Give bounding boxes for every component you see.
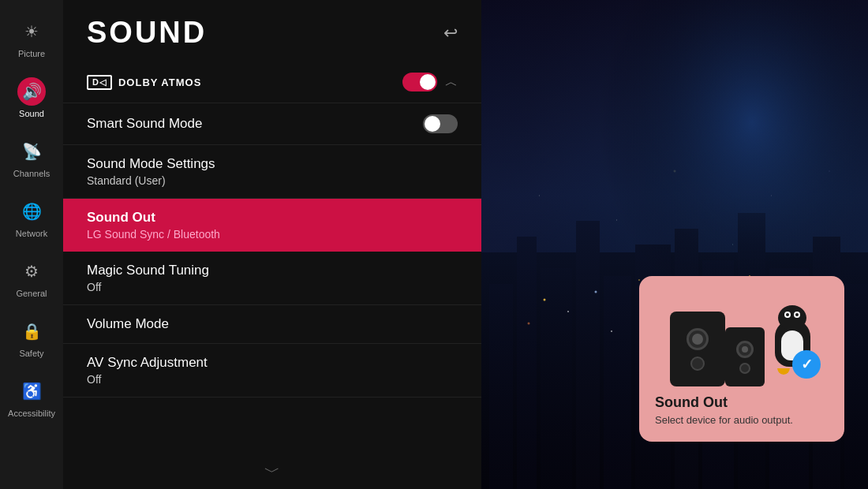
- svg-rect-3: [541, 268, 572, 489]
- safety-icon: 🔒: [17, 317, 46, 345]
- sidebar-item-safety[interactable]: 🔒 Safety: [2, 309, 62, 366]
- sound-out-sub: LG Sound Sync / Bluetooth: [87, 228, 220, 241]
- back-button[interactable]: ↩: [443, 23, 458, 43]
- general-icon: ⚙: [17, 257, 46, 286]
- settings-item-volume-mode[interactable]: Volume Mode: [63, 305, 481, 344]
- right-area: ✓ Sound Out Select device for audio outp…: [481, 0, 868, 489]
- svg-rect-5: [604, 276, 631, 489]
- sound-mode-settings-sub: Standard (User): [87, 174, 215, 187]
- volume-mode-label: Volume Mode: [87, 316, 169, 332]
- penguin-head: [778, 305, 806, 330]
- speaker-right-tweeter: [739, 363, 750, 374]
- sound-icon: 🔊: [17, 77, 46, 106]
- settings-panel: SOUND ↩ D◁ DOLBY ATMOS ︿ Smart Sound Mod…: [63, 0, 481, 489]
- svg-point-16: [567, 311, 569, 312]
- speaker-illustration: ✓: [655, 292, 829, 386]
- svg-rect-4: [576, 221, 600, 489]
- speaker-woofer: [687, 328, 709, 350]
- speaker-tweeter: [690, 356, 705, 371]
- magic-sound-tuning-label: Magic Sound Tuning: [87, 263, 209, 278]
- page-title: SOUND: [87, 16, 207, 50]
- sidebar: ☀ Picture 🔊 Sound 📡 Channels 🌐 Network ⚙…: [0, 0, 63, 489]
- penguin-eye-left: [784, 312, 791, 318]
- settings-item-smart-sound-mode[interactable]: Smart Sound Mode: [63, 103, 481, 145]
- sidebar-item-general-label: General: [16, 289, 47, 298]
- sidebar-item-channels[interactable]: 📡 Channels: [2, 129, 62, 186]
- sidebar-item-general[interactable]: ⚙ General: [2, 249, 62, 306]
- scroll-down-indicator: ﹀: [63, 455, 481, 489]
- speaker-right-woofer: [736, 341, 754, 358]
- tooltip-card: ✓ Sound Out Select device for audio outp…: [639, 276, 844, 442]
- channels-icon: 📡: [17, 137, 46, 166]
- svg-rect-12: [844, 284, 868, 489]
- smart-sound-mode-label: Smart Sound Mode: [87, 116, 202, 132]
- sidebar-item-sound[interactable]: 🔊 Sound: [2, 69, 62, 126]
- svg-point-15: [544, 299, 546, 301]
- sound-mode-settings-label: Sound Mode Settings: [87, 156, 215, 172]
- svg-rect-1: [489, 284, 513, 489]
- dolby-chevron: ︿: [445, 74, 458, 91]
- tooltip-title: Sound Out: [655, 394, 829, 411]
- sidebar-item-channels-label: Channels: [13, 169, 50, 178]
- settings-header: SOUND ↩: [63, 0, 481, 62]
- settings-list: D◁ DOLBY ATMOS ︿ Smart Sound Mode Sound …: [63, 62, 481, 455]
- settings-item-av-sync[interactable]: AV Sync Adjustment Off: [63, 344, 481, 398]
- sound-out-label: Sound Out: [87, 210, 220, 226]
- dolby-logo: D◁: [87, 75, 112, 90]
- settings-item-sound-mode-settings[interactable]: Sound Mode Settings Standard (User): [63, 145, 481, 199]
- settings-item-magic-sound-tuning[interactable]: Magic Sound Tuning Off: [63, 252, 481, 305]
- accessibility-icon: ♿: [17, 377, 46, 405]
- sidebar-item-accessibility-label: Accessibility: [8, 409, 55, 418]
- picture-icon: ☀: [17, 17, 46, 46]
- speaker-right: [725, 327, 765, 386]
- penguin-eye-right: [794, 312, 800, 318]
- sidebar-item-picture-label: Picture: [18, 49, 45, 58]
- sidebar-item-safety-label: Safety: [19, 349, 43, 358]
- penguin-foot-left: [777, 368, 790, 375]
- dolby-row: D◁ DOLBY ATMOS: [87, 75, 201, 90]
- sidebar-item-network-label: Network: [16, 229, 47, 238]
- settings-item-sound-out[interactable]: Sound Out LG Sound Sync / Bluetooth: [63, 199, 481, 252]
- sidebar-item-sound-label: Sound: [19, 109, 44, 118]
- sidebar-item-network[interactable]: 🌐 Network: [2, 189, 62, 246]
- svg-point-26: [611, 330, 612, 332]
- tooltip-description: Select device for audio output.: [655, 414, 829, 426]
- network-icon: 🌐: [17, 197, 46, 226]
- smart-sound-toggle[interactable]: [423, 114, 458, 133]
- speaker-left: [670, 312, 725, 386]
- av-sync-label: AV Sync Adjustment: [87, 355, 208, 371]
- sidebar-item-picture[interactable]: ☀ Picture: [2, 9, 62, 66]
- magic-sound-tuning-sub: Off: [87, 281, 209, 293]
- svg-point-18: [638, 279, 640, 281]
- sidebar-item-accessibility[interactable]: ♿ Accessibility: [2, 369, 62, 426]
- check-icon: ✓: [801, 356, 813, 373]
- svg-point-25: [528, 323, 530, 325]
- av-sync-sub: Off: [87, 373, 208, 386]
- svg-rect-2: [517, 237, 537, 489]
- dolby-atmos-label: DOLBY ATMOS: [118, 77, 201, 88]
- settings-item-dolby-atmos[interactable]: D◁ DOLBY ATMOS ︿: [63, 62, 481, 103]
- svg-point-17: [595, 291, 597, 293]
- check-badge: ✓: [792, 350, 821, 379]
- dolby-toggle[interactable]: [402, 73, 437, 91]
